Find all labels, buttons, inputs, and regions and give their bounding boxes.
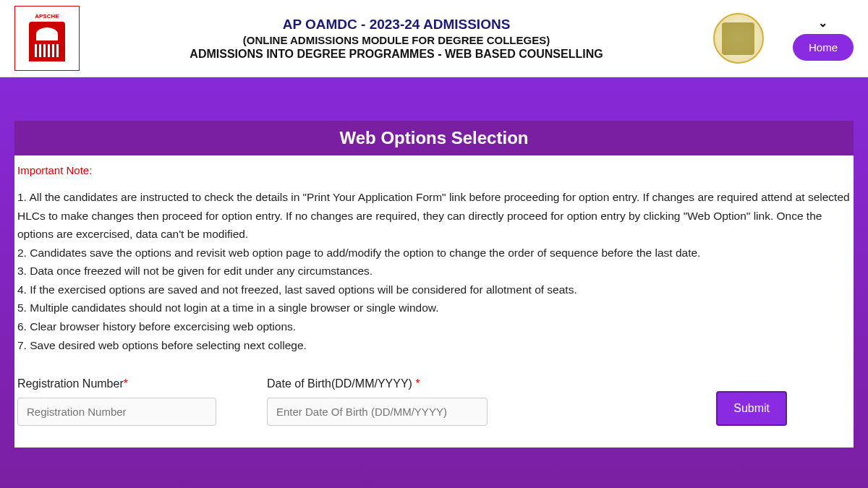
content-body: Important Note: 1. All the candidates ar… [14, 164, 854, 426]
nav-area: ⌄ Home [793, 16, 854, 61]
dob-input[interactable] [267, 398, 488, 426]
note-item: 2. Candidates save the options and revis… [17, 244, 852, 262]
dob-label: Date of Birth(DD/MM/YYYY) * [267, 377, 488, 390]
registration-label: Registration Number* [17, 377, 216, 390]
apsche-logo-text: APSCHE [35, 13, 59, 20]
page-subtitle-2: ADMISSIONS INTO DEGREE PROGRAMMES - WEB … [80, 48, 713, 61]
apsche-logo: APSCHE [14, 6, 80, 71]
note-item: 6. Clear browser history before excercis… [17, 317, 852, 336]
note-item: 1. All the candidates are instructed to … [17, 188, 852, 244]
submit-button[interactable]: Submit [716, 391, 787, 426]
registration-label-text: Registration Number [17, 377, 124, 390]
header-titles: AP OAMDC - 2023-24 ADMISSIONS (ONLINE AD… [80, 17, 713, 61]
registration-input[interactable] [17, 398, 216, 426]
govt-emblem-logo [713, 13, 764, 64]
note-item: 7. Save desired web options before selec… [17, 336, 852, 355]
form-row: Registration Number* Date of Birth(DD/MM… [16, 377, 852, 426]
dob-label-text: Date of Birth(DD/MM/YYYY) [267, 377, 415, 390]
header: APSCHE AP OAMDC - 2023-24 ADMISSIONS (ON… [0, 0, 868, 77]
note-item: 4. If the exercised options are saved an… [17, 281, 852, 299]
important-note-label: Important Note: [16, 164, 852, 176]
section-title: Web Options Selection [14, 121, 854, 155]
note-item: 5. Multiple candidates should not login … [17, 299, 852, 317]
govt-emblem-icon [722, 22, 754, 55]
page-title: AP OAMDC - 2023-24 ADMISSIONS [80, 17, 713, 33]
required-asterisk: * [415, 377, 420, 390]
apsche-emblem-icon [29, 22, 65, 61]
chevron-down-icon[interactable]: ⌄ [818, 16, 827, 30]
spacer [0, 77, 868, 121]
page-subtitle-1: (ONLINE ADMISSIONS MODULE FOR DEGREE COL… [80, 34, 713, 46]
registration-group: Registration Number* [17, 377, 216, 426]
home-button[interactable]: Home [793, 34, 854, 61]
dob-group: Date of Birth(DD/MM/YYYY) * [267, 377, 488, 426]
notes-list: 1. All the candidates are instructed to … [16, 188, 852, 354]
required-asterisk: * [124, 377, 128, 390]
main-content: Web Options Selection Important Note: 1.… [14, 121, 854, 448]
note-item: 3. Data once freezed will not be given f… [17, 262, 852, 281]
